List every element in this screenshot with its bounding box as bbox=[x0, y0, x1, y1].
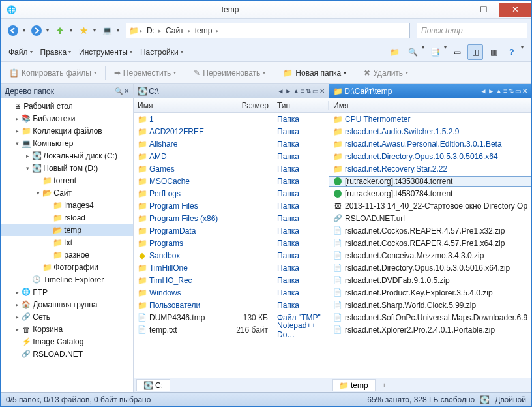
up-history-dropdown[interactable]: ▾ bbox=[70, 27, 72, 33]
file-row[interactable]: ProgramDataПапка bbox=[134, 224, 329, 237]
tree-item[interactable]: ▸ Домашняя группа bbox=[1, 298, 133, 310]
file-row[interactable]: TimHillOneПапка bbox=[134, 262, 329, 274]
file-row[interactable]: rsload.net.Audio.Switcher.1.5.2.9 bbox=[329, 125, 531, 138]
tree-item[interactable]: Фотографии bbox=[1, 261, 133, 273]
back-button[interactable] bbox=[5, 22, 22, 39]
tree-item[interactable]: Image Catalog bbox=[1, 335, 133, 348]
tree-item[interactable]: ▾ Новый том (D:) bbox=[1, 162, 133, 174]
rename-button[interactable]: ✎ Переименовать ▾ bbox=[189, 66, 270, 80]
search-input[interactable]: Поиск temp bbox=[417, 23, 527, 38]
forward-history-dropdown[interactable]: ▾ bbox=[46, 27, 49, 33]
minimize-button[interactable]: — bbox=[439, 3, 469, 17]
file-row[interactable]: rsload.net.Recovery.Star.2.22 bbox=[329, 162, 531, 175]
view-button-2[interactable]: 🔍 bbox=[405, 44, 421, 60]
close-icon[interactable]: ✕ bbox=[124, 87, 129, 95]
file-row[interactable]: temp.txt216 байтNotepad++ Do… bbox=[134, 324, 329, 336]
layout-dual[interactable]: ◫ bbox=[467, 44, 483, 60]
col-name[interactable]: Имя bbox=[329, 101, 531, 110]
tree-item[interactable]: разное bbox=[1, 249, 133, 261]
tree-item[interactable]: ▸ FTP bbox=[1, 286, 133, 298]
tree-item[interactable]: RSLOAD.NET bbox=[1, 348, 133, 360]
file-row[interactable]: rsload.net.SoftOnPc.Universal.Maps.Downl… bbox=[329, 311, 531, 324]
menu-file[interactable]: Файл▾ bbox=[5, 45, 37, 59]
menu-edit[interactable]: Правка▾ bbox=[37, 45, 76, 59]
add-tab-left[interactable]: + bbox=[173, 381, 185, 390]
tree-item[interactable]: ▾ Сайт bbox=[1, 187, 133, 199]
file-row[interactable]: rsload.net.Directory.Opus.10.5.3.0.5016.… bbox=[329, 150, 531, 162]
view-button-3[interactable]: 📑 bbox=[427, 44, 443, 60]
layout-preview[interactable]: ▥ bbox=[486, 44, 501, 60]
file-row[interactable]: SandboxПапка bbox=[134, 249, 329, 262]
file-row[interactable]: Program Files (x86)Папка bbox=[134, 212, 329, 224]
favorites-dropdown[interactable]: ▾ bbox=[93, 27, 96, 33]
back-history-dropdown[interactable]: ▾ bbox=[23, 27, 25, 33]
breadcrumb[interactable]: ▸ D:▸ Сайт▸ temp▸ bbox=[126, 23, 410, 38]
tab-right[interactable]: temp bbox=[332, 379, 376, 391]
file-row[interactable]: [rutracker.org].t4580784.torrent bbox=[329, 187, 531, 200]
copy-button[interactable]: 📋 Копировать файлы ▾ bbox=[5, 66, 101, 80]
file-list-right[interactable]: CPU Thermometerrsload.net.Audio.Switcher… bbox=[329, 113, 531, 378]
crumb[interactable]: temp bbox=[192, 26, 215, 35]
tree-item[interactable]: ▸ Локальный диск (C:) bbox=[1, 149, 133, 162]
file-row[interactable]: rsload.net.Awasu.Personal.Edition.3.0.1.… bbox=[329, 138, 531, 150]
file-row[interactable]: 1Папка bbox=[134, 113, 329, 125]
add-tab-right[interactable]: + bbox=[378, 381, 391, 390]
file-row[interactable]: rsload.net.Directory.Opus.10.5.3.0.5016.… bbox=[329, 262, 531, 274]
column-headers-right[interactable]: Имя bbox=[329, 98, 531, 113]
panel-header-left[interactable]: C:\ ◄►▲≡⇅▭✕ bbox=[134, 84, 329, 98]
file-row[interactable]: WindowsПапка bbox=[134, 286, 329, 299]
file-row[interactable]: [rutracker.org].t4353084.torrent bbox=[329, 175, 531, 187]
col-type[interactable]: Тип bbox=[273, 101, 329, 110]
file-row[interactable]: rsload.net.Product.Key.Explorer.3.5.4.0.… bbox=[329, 286, 531, 299]
file-row[interactable]: rsload.net.Cockos.REAPER.4.57.Pre1.x64.z… bbox=[329, 237, 531, 249]
menu-settings[interactable]: Настройки▾ bbox=[136, 45, 187, 59]
file-row[interactable]: ACD2012FREEПапка bbox=[134, 125, 329, 138]
file-row[interactable]: ПользователиПапка bbox=[134, 299, 329, 311]
tree-item[interactable]: temp bbox=[1, 224, 133, 236]
panel-header-right[interactable]: D:\Сайт\temp ◄►▲≡⇅▭✕ bbox=[329, 84, 531, 98]
tree-item[interactable]: rsload bbox=[1, 211, 133, 224]
file-row[interactable]: 2013-11-13 14_40_22-Стартовое окно Direc… bbox=[329, 200, 531, 212]
search-icon[interactable]: 🔍 bbox=[115, 87, 123, 95]
file-row[interactable]: AllshareПапка bbox=[134, 138, 329, 150]
computer-dropdown[interactable]: ▾ bbox=[117, 27, 119, 33]
help-button[interactable]: ? bbox=[504, 44, 520, 60]
file-row[interactable]: TimHO_RecПапка bbox=[134, 274, 329, 286]
tree-item[interactable]: ▸ Сеть bbox=[1, 310, 133, 323]
col-size[interactable]: Размер bbox=[231, 101, 273, 110]
move-button[interactable]: ➡ Переместить ▾ bbox=[110, 66, 181, 80]
view-button-1[interactable]: 📁 bbox=[387, 44, 402, 60]
favorites-button[interactable]: ★ bbox=[75, 22, 92, 39]
file-row[interactable]: MSOCacheПапка bbox=[134, 175, 329, 187]
close-button[interactable]: ✕ bbox=[499, 3, 531, 17]
tree-item[interactable]: ▸ Библиотеки bbox=[1, 112, 133, 125]
file-row[interactable]: AMDПапка bbox=[134, 150, 329, 162]
file-row[interactable]: rsload.net.Sharp.World.Clock.5.99.zip bbox=[329, 299, 531, 311]
delete-button[interactable]: ✖ Удалить ▾ bbox=[359, 66, 413, 80]
tree-item[interactable]: Рабочий стол bbox=[1, 100, 133, 112]
file-row[interactable]: rsload.net.Xplorer2.Pro.2.4.0.1.Portable… bbox=[329, 324, 531, 336]
forward-button[interactable] bbox=[28, 22, 45, 39]
crumb[interactable]: D: bbox=[144, 26, 157, 35]
file-row[interactable]: rsload.net.DVDFab.9.1.0.5.zip bbox=[329, 274, 531, 286]
file-row[interactable]: ProgramsПапка bbox=[134, 237, 329, 249]
file-row[interactable]: rsload.net.Conceiva.Mezzmo.3.4.3.0.zip bbox=[329, 249, 531, 262]
layout-single[interactable]: ▭ bbox=[449, 44, 465, 60]
newfolder-button[interactable]: 📁 Новая папка ▾ bbox=[278, 66, 351, 80]
tree-item[interactable]: torrent bbox=[1, 174, 133, 187]
tree-item[interactable]: ▸ Корзина bbox=[1, 323, 133, 335]
tree-item[interactable]: Timeline Explorer bbox=[1, 273, 133, 286]
tree-item[interactable]: ▾ Компьютер bbox=[1, 137, 133, 149]
menu-tools[interactable]: Инструменты▾ bbox=[75, 45, 136, 59]
folder-tree[interactable]: Рабочий стол▸ Библиотеки▸ Коллекции файл… bbox=[1, 98, 133, 392]
file-row[interactable]: rsload.net.Cockos.REAPER.4.57.Pre1.x32.z… bbox=[329, 224, 531, 237]
file-row[interactable]: CPU Thermometer bbox=[329, 113, 531, 125]
computer-button[interactable]: 💻 bbox=[98, 22, 115, 39]
tree-item[interactable]: txt bbox=[1, 236, 133, 249]
file-row[interactable]: Program FilesПапка bbox=[134, 200, 329, 212]
file-list-left[interactable]: 1ПапкаACD2012FREEПапкаAllshareПапкаAMDПа… bbox=[134, 113, 329, 378]
file-row[interactable]: GamesПапка bbox=[134, 162, 329, 175]
up-button[interactable] bbox=[52, 22, 68, 39]
tab-left[interactable]: C: bbox=[136, 379, 170, 391]
crumb[interactable]: Сайт bbox=[163, 26, 186, 35]
